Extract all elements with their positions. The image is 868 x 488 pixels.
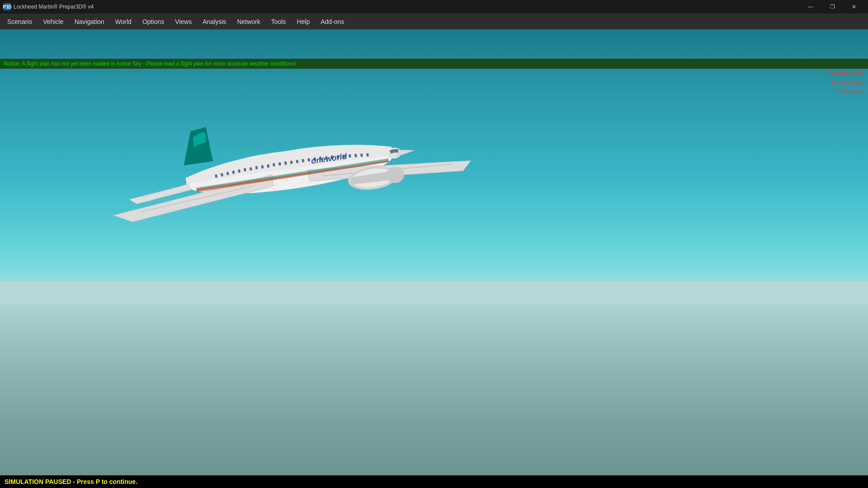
menu-navigation[interactable]: Navigation — [69, 14, 109, 29]
svg-rect-26 — [360, 154, 363, 157]
status-bar: SIMULATION PAUSED - Press P to continue. — [0, 475, 868, 488]
svg-rect-12 — [278, 162, 281, 166]
svg-rect-14 — [290, 160, 293, 164]
svg-rect-11 — [273, 163, 275, 167]
menu-addons[interactable]: Add-ons — [315, 14, 349, 29]
svg-rect-17 — [307, 158, 310, 162]
svg-rect-9 — [261, 165, 264, 169]
close-button[interactable]: ✕ — [844, 0, 864, 14]
simulation-status: SIMULATION PAUSED - Press P to continue. — [5, 478, 137, 485]
menu-analysis[interactable]: Analysis — [197, 14, 231, 29]
svg-rect-24 — [349, 154, 351, 158]
minimize-button[interactable]: — — [800, 0, 821, 14]
menu-options[interactable]: Options — [137, 14, 170, 29]
hud-spot-type: Locked Spot — [830, 78, 864, 88]
app-icon: P3D — [4, 3, 11, 10]
svg-rect-27 — [366, 153, 369, 157]
svg-rect-10 — [267, 164, 269, 168]
svg-rect-5 — [238, 169, 241, 173]
svg-rect-6 — [244, 168, 246, 172]
title-bar: P3D Lockheed Martin® Prepar3D® v4 — ❐ ✕ — [0, 0, 868, 14]
svg-rect-16 — [302, 159, 304, 163]
menu-scenario[interactable]: Scenario — [2, 14, 38, 29]
hud-overlay: Outside View Locked Spot 1.50 Zoom — [830, 69, 864, 97]
window-controls: — ❐ ✕ — [800, 0, 864, 14]
svg-rect-15 — [296, 160, 299, 164]
hud-view-type: Outside View — [830, 69, 864, 78]
menu-bar: Scenario Vehicle Navigation World Option… — [0, 14, 868, 29]
svg-rect-7 — [250, 167, 252, 171]
svg-rect-3 — [226, 172, 229, 175]
menu-tools[interactable]: Tools — [266, 14, 292, 29]
horizon-blend — [0, 268, 868, 304]
svg-rect-13 — [284, 161, 287, 165]
svg-rect-4 — [232, 170, 235, 174]
notice-text: Notice: A flight plan has not yet been l… — [4, 61, 296, 67]
viewport: Notice: A flight plan has not yet been l… — [0, 29, 868, 488]
menu-help[interactable]: Help — [291, 14, 315, 29]
menu-vehicle[interactable]: Vehicle — [38, 14, 69, 29]
menu-world[interactable]: World — [110, 14, 137, 29]
menu-network[interactable]: Network — [231, 14, 265, 29]
notice-bar: Notice: A flight plan has not yet been l… — [0, 59, 868, 69]
ground-background — [0, 282, 868, 488]
aircraft-illustration: oneworld — [81, 84, 475, 255]
svg-rect-25 — [354, 154, 357, 157]
svg-rect-1 — [215, 174, 217, 178]
svg-rect-2 — [221, 173, 223, 177]
hud-zoom-level: 1.50 Zoom — [830, 88, 864, 97]
app-title: Lockheed Martin® Prepar3D® v4 — [14, 4, 800, 10]
svg-rect-8 — [255, 166, 258, 169]
restore-button[interactable]: ❐ — [822, 0, 843, 14]
menu-views[interactable]: Views — [170, 14, 197, 29]
